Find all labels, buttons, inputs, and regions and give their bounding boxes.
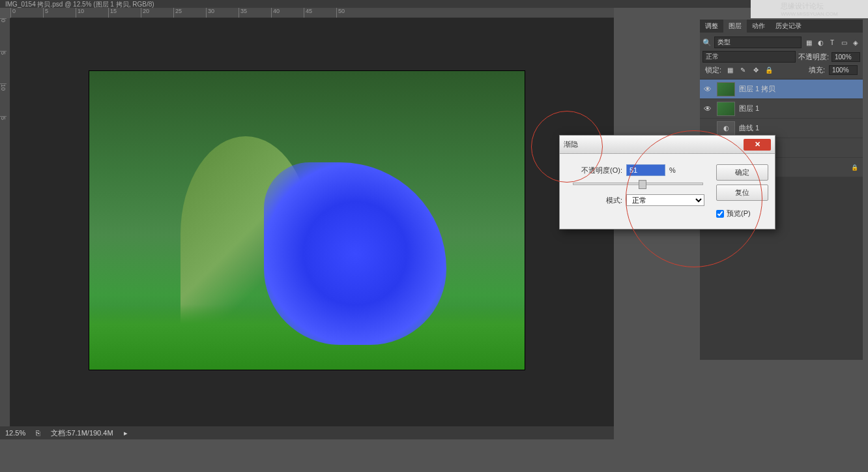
document-title-bar: IMG_0154 拷贝.psd @ 12.5% (图层 1 拷贝, RGB/8) — [0, 0, 868, 8]
tab-layers[interactable]: 图层 — [723, 20, 747, 33]
opacity-input[interactable] — [626, 164, 665, 176]
tab-adjust[interactable]: 调整 — [700, 20, 723, 33]
doc-size: 文档:57.1M/190.4M — [51, 428, 113, 438]
opacity-label: 不透明度: — [798, 52, 829, 62]
preview-label: 预览(P) — [727, 209, 751, 218]
lock-all-icon[interactable]: ▦ — [725, 66, 734, 75]
layer-name: 曲线 1 — [739, 123, 860, 133]
lock-icon[interactable]: 🔒 — [764, 66, 774, 75]
mode-label: 模式: — [566, 196, 622, 205]
layer-thumb[interactable]: ◐ — [717, 121, 735, 136]
fill-value[interactable]: 100% — [829, 65, 858, 75]
layer-item[interactable]: 👁 图层 1 — [700, 99, 863, 119]
lock-icon: 🔒 — [851, 164, 860, 171]
layer-name: 图层 1 拷贝 — [739, 84, 860, 94]
close-button[interactable]: ✕ — [744, 139, 771, 151]
filter-adjust-icon[interactable]: ◐ — [816, 38, 825, 47]
layer-item[interactable]: 👁 图层 1 拷贝 — [700, 80, 863, 99]
eye-icon[interactable]: 👁 — [702, 104, 713, 113]
fade-dialog: 渐隐 ✕ 不透明度(O): % 模式: 正常 确定 复位 — [559, 135, 775, 229]
canvas-area[interactable] — [10, 18, 614, 426]
watermark: 思缘设计论坛 WWW.MISSYUAN.COM — [751, 0, 868, 18]
lock-brush-icon[interactable]: ✎ — [738, 66, 747, 75]
status-arrow-icon[interactable]: ▸ — [124, 429, 128, 437]
ok-button[interactable]: 确定 — [716, 164, 768, 181]
lock-move-icon[interactable]: ✥ — [751, 66, 760, 75]
document-canvas[interactable] — [89, 70, 525, 370]
lock-label: 锁定: — [705, 65, 721, 75]
percent-label: % — [669, 166, 676, 174]
mode-select[interactable]: 正常 — [626, 194, 704, 206]
filter-shape-icon[interactable]: ▭ — [839, 38, 848, 47]
dialog-title-bar[interactable]: 渐隐 ✕ — [560, 136, 775, 154]
ruler-horizontal: 05101520253035404550 — [10, 8, 614, 18]
filter-smart-icon[interactable]: ◈ — [851, 38, 860, 47]
status-bar: 12.5% ⎘ 文档:57.1M/190.4M ▸ — [0, 426, 614, 439]
eye-icon[interactable]: 👁 — [702, 85, 713, 94]
search-icon[interactable]: 🔍 — [702, 38, 712, 47]
layer-name: 图层 1 — [739, 104, 860, 113]
filter-type-dropdown[interactable]: 类型 — [714, 37, 802, 48]
image-content — [89, 304, 525, 370]
dialog-title: 渐隐 — [564, 140, 578, 149]
ruler-vertical: 05105 — [0, 18, 10, 426]
blend-mode-dropdown[interactable]: 正常 — [702, 51, 796, 63]
layer-thumb[interactable] — [717, 82, 735, 96]
opacity-label: 不透明度(O): — [566, 166, 622, 175]
layer-thumb[interactable] — [717, 102, 735, 116]
export-icon[interactable]: ⎘ — [36, 429, 40, 437]
panel-tabs: 调整 图层 动作 历史记录 — [700, 20, 863, 33]
zoom-level[interactable]: 12.5% — [5, 429, 25, 437]
tab-history[interactable]: 历史记录 — [770, 20, 807, 33]
fill-label: 填充: — [809, 65, 825, 75]
opacity-slider[interactable] — [573, 183, 703, 185]
preview-checkbox[interactable] — [716, 210, 724, 218]
opacity-value[interactable]: 100% — [832, 52, 860, 62]
tab-actions[interactable]: 动作 — [747, 20, 770, 33]
filter-text-icon[interactable]: T — [828, 38, 837, 47]
filter-pixel-icon[interactable]: ▦ — [804, 38, 813, 47]
reset-button[interactable]: 复位 — [716, 184, 768, 201]
slider-thumb[interactable] — [639, 180, 646, 189]
